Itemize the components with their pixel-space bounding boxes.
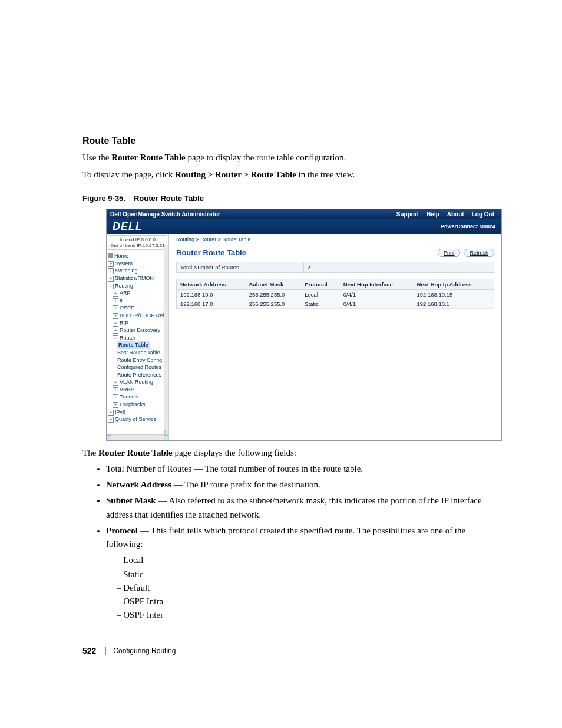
intro2-pre: To display the page, click <box>82 170 175 179</box>
tree-ospf[interactable]: +OSPF <box>108 304 168 312</box>
cell-mask: 255.255.255.0 <box>246 290 302 299</box>
tree-home-label: Home <box>114 253 128 259</box>
after-fig-post: page displays the following fields: <box>173 448 296 457</box>
cell-hopif: 0/4/1 <box>340 290 414 299</box>
intro1-post: page to display the route table configur… <box>186 153 346 162</box>
plus-icon[interactable]: + <box>113 313 118 319</box>
list-item: Subnet Mask — Also referred to as the su… <box>106 494 491 522</box>
scroll-left-icon[interactable] <box>107 435 111 440</box>
plus-icon[interactable]: + <box>113 380 118 386</box>
plus-icon[interactable]: + <box>113 402 118 408</box>
tree-route-entry-label: Route Entry Config <box>117 357 162 363</box>
tree-home[interactable]: Home <box>108 252 168 260</box>
nav-support[interactable]: Support <box>393 210 422 218</box>
plus-icon[interactable]: + <box>108 410 114 416</box>
tree-switching[interactable]: +Switching <box>108 267 168 275</box>
vertical-scrollbar[interactable] <box>164 245 168 440</box>
tree-stats[interactable]: +Statistics/RMON <box>108 275 168 282</box>
tree-ipv6[interactable]: +IPv6 <box>108 409 168 416</box>
plus-icon[interactable]: + <box>113 394 118 400</box>
tree-router-discovery[interactable]: +Router Discovery <box>108 327 168 334</box>
tree-route-table-label: Route Table <box>117 341 150 349</box>
plus-icon[interactable]: + <box>108 268 114 274</box>
tree-route-prefs[interactable]: Route Preferences <box>108 371 168 379</box>
intro2-post: in the tree view. <box>296 170 355 179</box>
tree-switching-label: Switching <box>115 268 138 274</box>
tree-best-routes[interactable]: Best Routes Table <box>108 349 168 357</box>
tree-ip[interactable]: +IP <box>108 297 168 305</box>
tree-ospf-label: OSPF <box>120 305 134 311</box>
nav-help[interactable]: Help <box>423 210 443 218</box>
tree-qos[interactable]: +Quality of Service <box>108 416 168 423</box>
tree-rip-label: RIP <box>120 320 128 326</box>
breadcrumb-routing[interactable]: Routing <box>176 236 194 242</box>
tree-system[interactable]: +System <box>108 260 168 268</box>
tree-routing[interactable]: -Routing <box>108 282 168 290</box>
col-next-hop-if: Next Hop Interface <box>340 279 414 290</box>
breadcrumb-router[interactable]: Router <box>200 236 216 242</box>
tree-loopbacks-label: Loopbacks <box>120 401 146 407</box>
tree-vlan-routing-label: VLAN Routing <box>120 379 153 385</box>
print-button[interactable]: Print <box>438 249 461 257</box>
screenshot-figure: Dell OpenManage Switch Administrator Sup… <box>106 209 502 441</box>
col-network-address: Network Address <box>177 279 246 290</box>
col-protocol: Protocol <box>301 279 340 290</box>
tree-vrrp[interactable]: +VRRP <box>108 386 168 394</box>
total-routes-label: Total Number of Routes <box>177 262 304 273</box>
tree-tunnels[interactable]: +Tunnels <box>108 393 168 401</box>
refresh-button[interactable]: Refresh <box>464 249 494 257</box>
dell-logo: DELL <box>113 220 143 233</box>
page-title: Router Route Table <box>176 248 246 257</box>
tree-route-table[interactable]: Route Table <box>108 341 168 349</box>
tree-configured-routes[interactable]: Configured Routes <box>108 364 168 371</box>
horizontal-scrollbar[interactable] <box>107 434 168 440</box>
sublist-item: OSPF Intra <box>117 595 491 608</box>
plus-icon[interactable]: + <box>108 276 114 282</box>
tree-tunnels-label: Tunnels <box>120 394 138 400</box>
plus-icon[interactable]: + <box>113 298 118 304</box>
sublist-item: Default <box>117 581 491 595</box>
plus-icon[interactable]: + <box>113 328 118 334</box>
nav-logout[interactable]: Log Out <box>468 210 498 218</box>
product-name: PowerConnect M8024 <box>441 223 495 229</box>
plus-icon[interactable]: + <box>113 305 118 311</box>
plus-icon[interactable]: + <box>108 261 114 267</box>
tree-bootp-label: BOOTP/DHCP Relay <box>120 312 169 318</box>
after-figure-text: The Router Route Table page displays the… <box>82 447 527 460</box>
plus-icon[interactable]: + <box>113 291 118 297</box>
minus-icon[interactable]: - <box>113 335 118 341</box>
nav-about[interactable]: About <box>444 210 468 218</box>
minus-icon[interactable]: - <box>108 284 114 289</box>
tree-configured-routes-label: Configured Routes <box>117 364 161 370</box>
tree-router[interactable]: -Router <box>108 334 168 342</box>
nav-tree: Home +System +Switching +Statistics/RMON… <box>107 251 168 423</box>
tree-loopbacks[interactable]: +Loopbacks <box>108 401 168 409</box>
plus-icon[interactable]: + <box>108 417 114 423</box>
figure-caption: Figure 9-35.Router Route Table <box>82 194 527 203</box>
table-row: 192.168.10.0 255.255.255.0 Local 0/4/1 1… <box>177 290 494 299</box>
tree-bootp[interactable]: +BOOTP/DHCP Relay <box>108 312 168 319</box>
scroll-right-icon[interactable] <box>164 435 168 440</box>
cell-mask: 255.255.255.0 <box>246 299 302 309</box>
total-routes-table: Total Number of Routes 2 <box>176 262 494 273</box>
scroll-down-icon[interactable] <box>164 430 168 434</box>
figure-number: Figure 9-35. <box>82 194 125 203</box>
tree-rip[interactable]: +RIP <box>108 319 168 327</box>
bullet-protocol-label: Protocol <box>106 526 138 535</box>
tree-qos-label: Quality of Service <box>115 416 157 422</box>
after-fig-pre: The <box>82 448 98 457</box>
breadcrumb: Routing > Router > Route Table <box>176 236 494 242</box>
plus-icon[interactable]: + <box>113 387 118 393</box>
oob-ip: Out-of-band IP:10.27.5.31 <box>110 243 165 249</box>
tree-arp[interactable]: +ARP <box>108 289 168 297</box>
tree-route-entry[interactable]: Route Entry Config <box>108 357 168 364</box>
tree-vlan-routing[interactable]: +VLAN Routing <box>108 378 168 386</box>
tree-arp-label: ARP <box>120 290 131 296</box>
figure-title: Router Route Table <box>134 194 204 203</box>
plus-icon[interactable]: + <box>113 321 118 327</box>
brand-bar: DELL PowerConnect M8024 <box>107 219 501 234</box>
tree-route-prefs-label: Route Preferences <box>117 372 161 378</box>
list-item: Protocol — This field tells which protoc… <box>106 524 491 622</box>
cell-hopip: 192.168.10.1 <box>413 299 494 309</box>
footer-section: Configuring Routing <box>113 647 176 655</box>
